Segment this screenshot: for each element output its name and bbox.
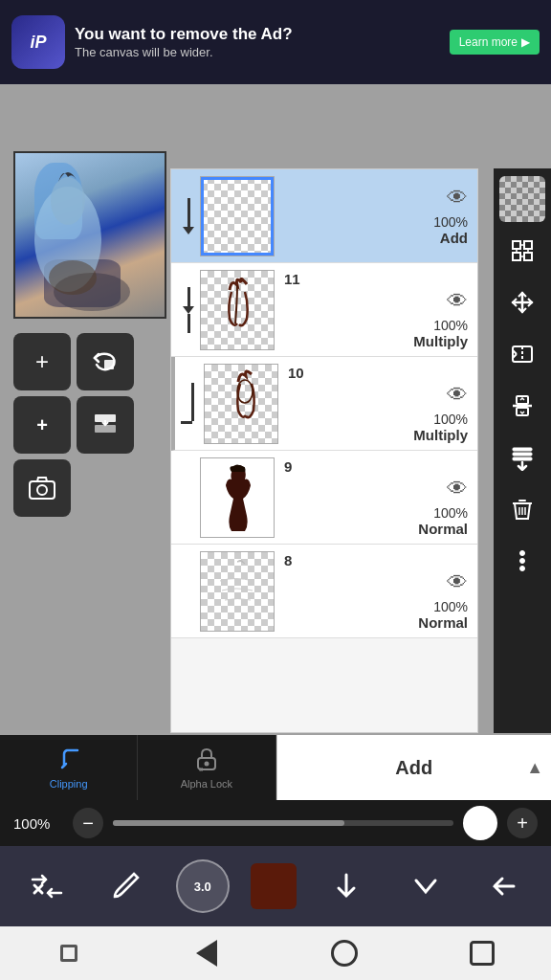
undo-button[interactable] <box>77 333 134 390</box>
nav-recent-button[interactable] <box>455 926 509 980</box>
swap-tool-button[interactable] <box>18 858 76 915</box>
layer-thumb-9 <box>200 457 275 538</box>
ad-icon: iP <box>11 15 65 69</box>
brush-tool-button[interactable] <box>97 858 154 915</box>
move-button[interactable] <box>499 279 545 325</box>
layer-thumb-top <box>200 176 275 256</box>
svg-point-28 <box>520 551 525 556</box>
add-button[interactable]: + <box>13 333 71 390</box>
opacity-plus-button[interactable]: + <box>507 808 538 838</box>
layer-info-8: 8 👁 100% Normal <box>280 552 472 631</box>
delete-button[interactable] <box>499 486 545 532</box>
clipping-button[interactable]: Clipping <box>0 735 138 800</box>
layer-item-9[interactable]: 9 👁 100% Normal <box>171 451 477 545</box>
nav-back-button[interactable] <box>180 926 233 980</box>
layer-eye-11[interactable]: 👁 <box>447 289 468 314</box>
layer-9-art <box>201 458 275 538</box>
layer-arrow-11 <box>177 287 200 333</box>
tools-bar: 3.0 <box>0 846 551 926</box>
toolbar-row-1: + <box>13 333 162 390</box>
layer-eye-9[interactable]: 👁 <box>447 477 468 501</box>
add-layer-icon: + <box>36 414 48 436</box>
toolbar-row-2: + <box>13 396 162 454</box>
ad-text: You want to remove the Ad? The canvas wi… <box>75 25 440 58</box>
opacity-handle[interactable] <box>463 806 497 840</box>
layer-item-10[interactable]: 10 👁 100% Multiply <box>171 357 477 451</box>
layer-arrow-10 <box>181 383 204 424</box>
more-button[interactable] <box>499 538 545 584</box>
svg-rect-10 <box>513 241 520 249</box>
svg-text:α: α <box>199 766 203 771</box>
svg-rect-4 <box>104 360 114 369</box>
learn-more-label: Learn more <box>459 35 518 49</box>
opacity-track[interactable] <box>113 820 453 826</box>
alpha-lock-label: Alpha Lock <box>181 778 232 790</box>
brush-icon <box>107 868 143 904</box>
clipping-icon <box>56 746 81 776</box>
down-arrow-icon <box>509 444 536 471</box>
home-nav-icon <box>331 940 358 967</box>
layer-num-11: 11 <box>284 271 300 287</box>
layer-item-11[interactable]: 11 👁 100% Multiply <box>171 263 477 357</box>
alpha-lock-button[interactable]: α Alpha Lock <box>138 735 276 800</box>
layer-opacity-8: 100% <box>433 599 468 614</box>
merge-icon <box>91 411 120 439</box>
clipping-label: Clipping <box>50 778 88 790</box>
arrow-down-tool-button[interactable] <box>318 858 375 915</box>
brush-size-button[interactable]: 3.0 <box>176 859 230 913</box>
color-swatch-button[interactable] <box>251 863 297 909</box>
merge-button[interactable] <box>77 396 134 454</box>
layer-eye-top[interactable]: 👁 <box>447 186 468 211</box>
svg-point-8 <box>37 485 47 495</box>
layer-10-art <box>205 365 278 444</box>
ad-banner[interactable]: iP You want to remove the Ad? The canvas… <box>0 0 551 84</box>
swap-icon <box>27 866 67 906</box>
svg-point-9 <box>237 380 253 403</box>
canvas-preview[interactable] <box>13 151 166 319</box>
layer-opacity-10: 100% <box>433 412 468 427</box>
layer-opacity-11: 100% <box>433 318 468 333</box>
alpha-lock-icon: α <box>194 746 219 776</box>
layer-opacity-9: 100% <box>433 505 468 521</box>
down-arrow-button[interactable] <box>499 434 545 480</box>
layer-thumb-8 <box>200 551 275 632</box>
svg-rect-12 <box>513 253 520 260</box>
camera-button[interactable] <box>13 459 71 517</box>
opacity-minus-button[interactable]: − <box>73 808 103 838</box>
opacity-bar: 100% − + <box>0 800 551 846</box>
layer-item-top[interactable]: 👁 100% Add <box>171 169 477 263</box>
mode-bar: Clipping α Alpha Lock Add ▲ <box>0 735 551 800</box>
layer-num-8: 8 <box>284 552 292 568</box>
add-icon: + <box>35 348 49 375</box>
flip-button[interactable] <box>499 331 545 377</box>
svg-point-3 <box>49 260 97 295</box>
ad-learn-more-button[interactable]: Learn more ▶ <box>450 30 540 55</box>
nav-home-button[interactable] <box>318 926 371 980</box>
arrow-down-tool-icon <box>329 869 364 903</box>
layer-eye-8[interactable]: 👁 <box>447 570 468 595</box>
svg-rect-7 <box>30 481 55 499</box>
layer-item-8[interactable]: 8 👁 100% Normal <box>171 545 477 638</box>
clipping-svg <box>56 746 81 771</box>
layer-panel: 👁 100% Add 11 <box>170 168 478 733</box>
back-tool-button[interactable] <box>475 858 533 915</box>
trash-icon <box>509 496 536 523</box>
back-nav-icon <box>196 940 217 967</box>
layer-num-10: 10 <box>288 365 304 381</box>
layer-blend-11: Multiply <box>413 333 468 349</box>
add-layer-button[interactable]: + <box>13 396 71 454</box>
left-toolbar: + + <box>13 333 162 523</box>
layer-eye-10[interactable]: 👁 <box>447 383 468 408</box>
opacity-fill <box>113 820 344 826</box>
blend-mode-selector[interactable]: Add ▲ <box>276 735 552 800</box>
layer-blend-9: Normal <box>418 521 468 537</box>
compress-button[interactable] <box>499 383 545 429</box>
lock-svg: α <box>194 746 219 771</box>
checkerboard-button[interactable] <box>499 176 545 222</box>
transform-button[interactable] <box>499 228 545 274</box>
nav-bar <box>0 926 551 980</box>
nav-small-square <box>60 945 77 962</box>
svg-point-1 <box>51 177 85 225</box>
chevron-down-button[interactable] <box>397 858 454 915</box>
layer-11-art <box>201 271 275 350</box>
